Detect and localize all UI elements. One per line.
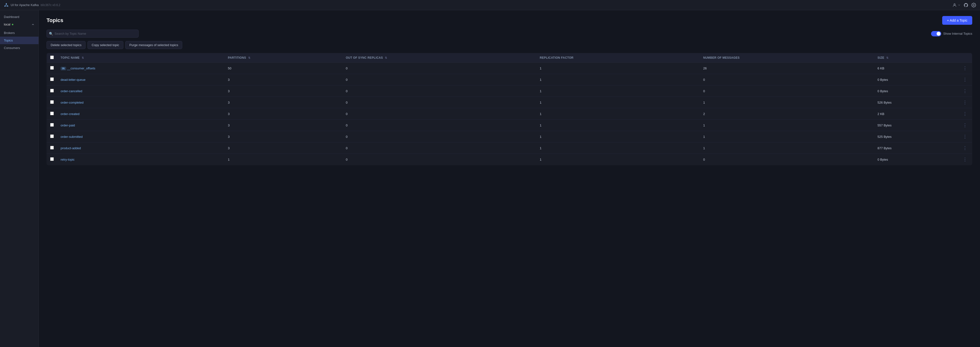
row-more-button[interactable]: ⋮ xyxy=(961,99,969,106)
row-select-checkbox[interactable] xyxy=(50,77,54,81)
row-topic-name: order-submitted xyxy=(57,131,224,142)
row-more-button[interactable]: ⋮ xyxy=(961,77,969,83)
col-topic-name[interactable]: Topic Name ⇅ xyxy=(57,53,224,62)
search-icon: 🔍 xyxy=(49,32,53,36)
row-more-cell: ⋮ xyxy=(958,142,972,154)
row-partitions: 3 xyxy=(224,142,342,154)
row-topic-name: order-created xyxy=(57,108,224,120)
sidebar-item-brokers[interactable]: Brokers xyxy=(0,29,38,37)
table-row: product-added3011877 Bytes⋮ xyxy=(47,142,972,154)
sidebar-cluster-header[interactable]: local xyxy=(0,21,38,28)
col-out-of-sync[interactable]: Out of sync replicas ⇅ xyxy=(342,53,536,62)
search-wrapper: 🔍 xyxy=(46,30,138,38)
row-select-checkbox[interactable] xyxy=(50,146,54,149)
topic-name-text[interactable]: retry-topic xyxy=(60,158,75,162)
select-all-checkbox[interactable] xyxy=(50,56,54,59)
row-checkbox-cell xyxy=(47,85,57,97)
table-row: order-completed3011526 Bytes⋮ xyxy=(47,97,972,108)
copy-selected-button[interactable]: Copy selected topic xyxy=(88,41,123,49)
row-partitions: 3 xyxy=(224,108,342,120)
settings-icon xyxy=(971,3,976,8)
row-select-checkbox[interactable] xyxy=(50,89,54,93)
row-partitions: 3 xyxy=(224,131,342,142)
row-size: 0 Bytes xyxy=(874,85,958,97)
row-num-messages: 0 xyxy=(700,154,874,165)
delete-selected-button[interactable]: Delete selected topics xyxy=(46,41,86,49)
row-out-of-sync: 0 xyxy=(342,74,536,85)
table-row: order-cancelled30100 Bytes⋮ xyxy=(47,85,972,97)
toggle-row: Show Internal Topics xyxy=(931,31,972,37)
toggle-label: Show Internal Topics xyxy=(943,32,972,35)
row-more-button[interactable]: ⋮ xyxy=(961,65,969,71)
row-size: 2 KB xyxy=(874,108,958,120)
main-content: Topics + Add a Topic 🔍 Show Internal Top… xyxy=(39,10,980,347)
table-row: order-created30122 KB⋮ xyxy=(47,108,972,120)
row-out-of-sync: 0 xyxy=(342,97,536,108)
row-select-checkbox[interactable] xyxy=(50,66,54,70)
search-input[interactable] xyxy=(46,30,138,38)
row-size: 877 Bytes xyxy=(874,142,958,154)
svg-point-0 xyxy=(6,3,7,4)
row-select-checkbox[interactable] xyxy=(50,112,54,115)
row-select-checkbox[interactable] xyxy=(50,123,54,127)
app-title: UI for Apache Kafka xyxy=(11,3,39,7)
topic-name-text[interactable]: product-added xyxy=(60,146,81,150)
topic-name-text[interactable]: dead-letter-queue xyxy=(60,78,86,82)
row-select-checkbox[interactable] xyxy=(50,134,54,138)
add-topic-button[interactable]: + Add a Topic xyxy=(942,16,972,25)
row-select-checkbox[interactable] xyxy=(50,100,54,104)
sidebar-item-topics[interactable]: Topics xyxy=(0,37,38,44)
row-num-messages: 26 xyxy=(700,62,874,74)
github-icon-btn[interactable] xyxy=(964,3,968,8)
row-partitions: 3 xyxy=(224,85,342,97)
row-checkbox-cell xyxy=(47,108,57,120)
row-num-messages: 0 xyxy=(700,74,874,85)
user-icon-btn[interactable] xyxy=(952,3,961,7)
row-num-messages: 1 xyxy=(700,120,874,131)
row-more-button[interactable]: ⋮ xyxy=(961,133,969,140)
col-partitions-label: Partitions xyxy=(228,56,246,59)
settings-icon-btn[interactable] xyxy=(971,3,976,8)
topic-name-text[interactable]: order-submitted xyxy=(60,135,83,139)
row-out-of-sync: 0 xyxy=(342,131,536,142)
row-more-button[interactable]: ⋮ xyxy=(961,122,969,128)
page-title: Topics xyxy=(46,17,63,24)
col-size[interactable]: Size ⇅ xyxy=(874,53,958,62)
row-more-button[interactable]: ⋮ xyxy=(961,156,969,163)
row-replication-factor: 1 xyxy=(536,85,700,97)
sidebar-item-consumers[interactable]: Consumers xyxy=(0,44,38,52)
row-size: 0 Bytes xyxy=(874,154,958,165)
row-topic-name: order-completed xyxy=(57,97,224,108)
toggle-switch[interactable] xyxy=(931,31,941,37)
row-replication-factor: 1 xyxy=(536,154,700,165)
row-replication-factor: 1 xyxy=(536,97,700,108)
svg-point-7 xyxy=(973,4,974,6)
row-more-button[interactable]: ⋮ xyxy=(961,88,969,94)
internal-badge: IN xyxy=(60,67,66,70)
row-topic-name: dead-letter-queue xyxy=(57,74,224,85)
row-select-checkbox[interactable] xyxy=(50,157,54,161)
col-num-messages: Number of messages xyxy=(700,53,874,62)
row-more-button[interactable]: ⋮ xyxy=(961,111,969,117)
sort-icon-name: ⇅ xyxy=(82,56,84,59)
row-size: 526 Bytes xyxy=(874,97,958,108)
purge-selected-button[interactable]: Purge messages of selected topics xyxy=(125,41,183,49)
controls-row: 🔍 Show Internal Topics xyxy=(46,30,972,38)
topic-name-text[interactable]: order-paid xyxy=(60,123,75,127)
action-row: Delete selected topics Copy selected top… xyxy=(46,41,972,49)
svg-line-3 xyxy=(5,4,6,6)
row-more-button[interactable]: ⋮ xyxy=(961,145,969,151)
table-row: retry-topic10100 Bytes⋮ xyxy=(47,154,972,165)
sidebar-item-dashboard[interactable]: Dashboard xyxy=(0,13,38,21)
col-partitions[interactable]: Partitions ⇅ xyxy=(224,53,342,62)
chevron-down-icon xyxy=(958,4,961,6)
topic-name-text[interactable]: order-cancelled xyxy=(60,89,83,93)
topic-name-text[interactable]: order-completed xyxy=(60,101,84,104)
topic-name-text[interactable]: __consumer_offsets xyxy=(67,67,95,70)
topic-name-text[interactable]: order-created xyxy=(60,112,80,116)
row-replication-factor: 1 xyxy=(536,131,700,142)
table-row: IN __consumer_offsets5001266 KB⋮ xyxy=(47,62,972,74)
col-actions xyxy=(958,53,972,62)
row-num-messages: 1 xyxy=(700,97,874,108)
row-size: 0 Bytes xyxy=(874,74,958,85)
